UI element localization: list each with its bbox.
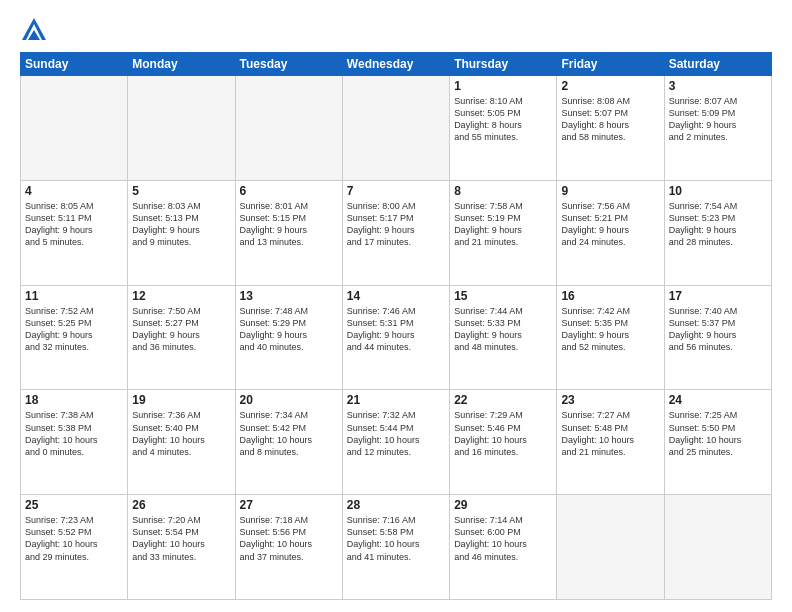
day-number: 23 <box>561 393 659 407</box>
calendar-cell: 4Sunrise: 8:05 AM Sunset: 5:11 PM Daylig… <box>21 180 128 285</box>
calendar-cell: 28Sunrise: 7:16 AM Sunset: 5:58 PM Dayli… <box>342 495 449 600</box>
calendar-cell: 7Sunrise: 8:00 AM Sunset: 5:17 PM Daylig… <box>342 180 449 285</box>
day-number: 20 <box>240 393 338 407</box>
day-number: 21 <box>347 393 445 407</box>
day-number: 8 <box>454 184 552 198</box>
calendar-header-wednesday: Wednesday <box>342 53 449 76</box>
day-number: 26 <box>132 498 230 512</box>
calendar-cell <box>342 76 449 181</box>
day-info: Sunrise: 8:08 AM Sunset: 5:07 PM Dayligh… <box>561 95 659 144</box>
logo <box>20 16 52 44</box>
calendar-cell: 26Sunrise: 7:20 AM Sunset: 5:54 PM Dayli… <box>128 495 235 600</box>
day-info: Sunrise: 7:38 AM Sunset: 5:38 PM Dayligh… <box>25 409 123 458</box>
day-number: 10 <box>669 184 767 198</box>
calendar-cell: 29Sunrise: 7:14 AM Sunset: 6:00 PM Dayli… <box>450 495 557 600</box>
calendar-cell: 23Sunrise: 7:27 AM Sunset: 5:48 PM Dayli… <box>557 390 664 495</box>
day-number: 13 <box>240 289 338 303</box>
calendar-header-thursday: Thursday <box>450 53 557 76</box>
calendar-table: SundayMondayTuesdayWednesdayThursdayFrid… <box>20 52 772 600</box>
day-number: 25 <box>25 498 123 512</box>
day-info: Sunrise: 7:56 AM Sunset: 5:21 PM Dayligh… <box>561 200 659 249</box>
calendar-cell: 16Sunrise: 7:42 AM Sunset: 5:35 PM Dayli… <box>557 285 664 390</box>
day-info: Sunrise: 7:44 AM Sunset: 5:33 PM Dayligh… <box>454 305 552 354</box>
calendar-cell: 9Sunrise: 7:56 AM Sunset: 5:21 PM Daylig… <box>557 180 664 285</box>
calendar-cell: 12Sunrise: 7:50 AM Sunset: 5:27 PM Dayli… <box>128 285 235 390</box>
day-info: Sunrise: 7:29 AM Sunset: 5:46 PM Dayligh… <box>454 409 552 458</box>
day-info: Sunrise: 7:46 AM Sunset: 5:31 PM Dayligh… <box>347 305 445 354</box>
calendar-cell: 2Sunrise: 8:08 AM Sunset: 5:07 PM Daylig… <box>557 76 664 181</box>
day-info: Sunrise: 7:32 AM Sunset: 5:44 PM Dayligh… <box>347 409 445 458</box>
day-info: Sunrise: 8:10 AM Sunset: 5:05 PM Dayligh… <box>454 95 552 144</box>
day-info: Sunrise: 7:48 AM Sunset: 5:29 PM Dayligh… <box>240 305 338 354</box>
day-info: Sunrise: 7:25 AM Sunset: 5:50 PM Dayligh… <box>669 409 767 458</box>
calendar-week-1: 4Sunrise: 8:05 AM Sunset: 5:11 PM Daylig… <box>21 180 772 285</box>
day-info: Sunrise: 8:07 AM Sunset: 5:09 PM Dayligh… <box>669 95 767 144</box>
day-info: Sunrise: 7:50 AM Sunset: 5:27 PM Dayligh… <box>132 305 230 354</box>
calendar-cell: 6Sunrise: 8:01 AM Sunset: 5:15 PM Daylig… <box>235 180 342 285</box>
calendar-cell: 25Sunrise: 7:23 AM Sunset: 5:52 PM Dayli… <box>21 495 128 600</box>
calendar-header-friday: Friday <box>557 53 664 76</box>
day-info: Sunrise: 8:00 AM Sunset: 5:17 PM Dayligh… <box>347 200 445 249</box>
calendar-cell: 22Sunrise: 7:29 AM Sunset: 5:46 PM Dayli… <box>450 390 557 495</box>
header <box>20 16 772 44</box>
logo-icon <box>20 16 48 44</box>
day-info: Sunrise: 7:42 AM Sunset: 5:35 PM Dayligh… <box>561 305 659 354</box>
day-info: Sunrise: 7:14 AM Sunset: 6:00 PM Dayligh… <box>454 514 552 563</box>
day-number: 2 <box>561 79 659 93</box>
calendar-cell: 13Sunrise: 7:48 AM Sunset: 5:29 PM Dayli… <box>235 285 342 390</box>
day-info: Sunrise: 8:05 AM Sunset: 5:11 PM Dayligh… <box>25 200 123 249</box>
day-info: Sunrise: 7:54 AM Sunset: 5:23 PM Dayligh… <box>669 200 767 249</box>
day-info: Sunrise: 7:16 AM Sunset: 5:58 PM Dayligh… <box>347 514 445 563</box>
calendar-cell: 8Sunrise: 7:58 AM Sunset: 5:19 PM Daylig… <box>450 180 557 285</box>
calendar-cell <box>664 495 771 600</box>
day-number: 16 <box>561 289 659 303</box>
calendar-cell: 14Sunrise: 7:46 AM Sunset: 5:31 PM Dayli… <box>342 285 449 390</box>
day-number: 15 <box>454 289 552 303</box>
day-number: 5 <box>132 184 230 198</box>
calendar-week-3: 18Sunrise: 7:38 AM Sunset: 5:38 PM Dayli… <box>21 390 772 495</box>
day-number: 19 <box>132 393 230 407</box>
calendar-cell: 18Sunrise: 7:38 AM Sunset: 5:38 PM Dayli… <box>21 390 128 495</box>
day-info: Sunrise: 7:52 AM Sunset: 5:25 PM Dayligh… <box>25 305 123 354</box>
calendar-cell <box>557 495 664 600</box>
calendar-cell <box>21 76 128 181</box>
day-info: Sunrise: 7:40 AM Sunset: 5:37 PM Dayligh… <box>669 305 767 354</box>
calendar-week-0: 1Sunrise: 8:10 AM Sunset: 5:05 PM Daylig… <box>21 76 772 181</box>
calendar-header-tuesday: Tuesday <box>235 53 342 76</box>
day-info: Sunrise: 7:27 AM Sunset: 5:48 PM Dayligh… <box>561 409 659 458</box>
day-number: 12 <box>132 289 230 303</box>
calendar-header-saturday: Saturday <box>664 53 771 76</box>
day-info: Sunrise: 7:18 AM Sunset: 5:56 PM Dayligh… <box>240 514 338 563</box>
calendar-week-2: 11Sunrise: 7:52 AM Sunset: 5:25 PM Dayli… <box>21 285 772 390</box>
day-info: Sunrise: 8:03 AM Sunset: 5:13 PM Dayligh… <box>132 200 230 249</box>
day-number: 9 <box>561 184 659 198</box>
day-number: 3 <box>669 79 767 93</box>
calendar-cell: 15Sunrise: 7:44 AM Sunset: 5:33 PM Dayli… <box>450 285 557 390</box>
day-number: 29 <box>454 498 552 512</box>
day-number: 11 <box>25 289 123 303</box>
calendar-cell: 17Sunrise: 7:40 AM Sunset: 5:37 PM Dayli… <box>664 285 771 390</box>
calendar-cell: 1Sunrise: 8:10 AM Sunset: 5:05 PM Daylig… <box>450 76 557 181</box>
day-number: 6 <box>240 184 338 198</box>
day-number: 18 <box>25 393 123 407</box>
day-number: 28 <box>347 498 445 512</box>
day-info: Sunrise: 7:58 AM Sunset: 5:19 PM Dayligh… <box>454 200 552 249</box>
calendar-header-sunday: Sunday <box>21 53 128 76</box>
day-number: 27 <box>240 498 338 512</box>
day-info: Sunrise: 7:20 AM Sunset: 5:54 PM Dayligh… <box>132 514 230 563</box>
calendar-cell: 19Sunrise: 7:36 AM Sunset: 5:40 PM Dayli… <box>128 390 235 495</box>
calendar-week-4: 25Sunrise: 7:23 AM Sunset: 5:52 PM Dayli… <box>21 495 772 600</box>
calendar-cell: 24Sunrise: 7:25 AM Sunset: 5:50 PM Dayli… <box>664 390 771 495</box>
page: SundayMondayTuesdayWednesdayThursdayFrid… <box>0 0 792 612</box>
calendar-cell: 11Sunrise: 7:52 AM Sunset: 5:25 PM Dayli… <box>21 285 128 390</box>
day-info: Sunrise: 7:23 AM Sunset: 5:52 PM Dayligh… <box>25 514 123 563</box>
calendar-cell: 20Sunrise: 7:34 AM Sunset: 5:42 PM Dayli… <box>235 390 342 495</box>
calendar-cell: 5Sunrise: 8:03 AM Sunset: 5:13 PM Daylig… <box>128 180 235 285</box>
day-number: 7 <box>347 184 445 198</box>
calendar-cell: 10Sunrise: 7:54 AM Sunset: 5:23 PM Dayli… <box>664 180 771 285</box>
calendar-cell: 3Sunrise: 8:07 AM Sunset: 5:09 PM Daylig… <box>664 76 771 181</box>
calendar-header-row: SundayMondayTuesdayWednesdayThursdayFrid… <box>21 53 772 76</box>
calendar-cell: 27Sunrise: 7:18 AM Sunset: 5:56 PM Dayli… <box>235 495 342 600</box>
day-number: 4 <box>25 184 123 198</box>
calendar-cell: 21Sunrise: 7:32 AM Sunset: 5:44 PM Dayli… <box>342 390 449 495</box>
